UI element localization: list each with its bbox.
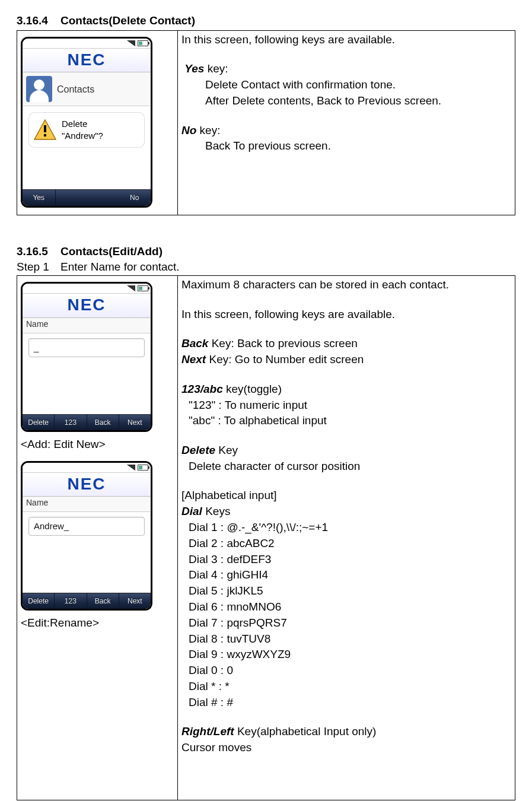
- dialstar: Dial * : *: [189, 680, 511, 694]
- description-cell: In this screen, following keys are avail…: [178, 30, 515, 215]
- phone-mock-delete: NEC Contacts: [21, 37, 152, 208]
- section-heading: 3.16.4 Contacts(Delete Contact): [17, 14, 515, 28]
- toggle-key-text: 123/abc key(toggle): [181, 383, 511, 396]
- field-label: Name: [23, 318, 151, 333]
- phone-mock-add: NEC Name _ Delete 123 Back Next: [21, 282, 152, 432]
- dial9: Dial 9 : wxyzWXYZ9: [189, 648, 511, 662]
- screen-title: Contacts: [57, 84, 94, 95]
- signal-icon: [127, 465, 135, 471]
- step-title: Enter Name for contact.: [60, 260, 180, 274]
- mode-toggle-button[interactable]: 123: [55, 415, 87, 430]
- dialhash: Dial # : #: [189, 696, 511, 710]
- delete-button[interactable]: Delete: [23, 593, 55, 609]
- section-title: Contacts(Delete Contact): [60, 14, 195, 28]
- signal-icon: [127, 40, 135, 46]
- status-bar: [23, 284, 151, 294]
- dial8: Dial 8 : tuvTUV8: [189, 632, 511, 646]
- screenshot-cell: NEC Name _ Delete 123 Back Next <Add: Ed…: [17, 276, 178, 800]
- name-input[interactable]: _: [28, 338, 145, 357]
- toggle-123: "123" : To numeric input: [189, 399, 511, 412]
- content-area: Delete "Andrew"?: [23, 106, 151, 189]
- intro-text: In this screen, following keys are avail…: [181, 33, 511, 47]
- back-key-text: Back Key: Back to previous screen: [181, 337, 511, 351]
- right-left-key: Right/Left Key(alphabetical Input only): [181, 725, 511, 739]
- softkey-bar: Delete 123 Back Next: [23, 414, 151, 430]
- dial1: Dial 1 : @.-_&'^?!(),\\/:;~=+1: [189, 521, 511, 535]
- edit-add-table: NEC Name _ Delete 123 Back Next <Add: Ed…: [17, 275, 515, 800]
- yes-button[interactable]: Yes: [23, 190, 56, 205]
- svg-rect-2: [44, 134, 46, 136]
- section-number: 3.16.4: [17, 14, 60, 28]
- next-button[interactable]: Next: [119, 415, 151, 430]
- no-key-label: No key:: [181, 124, 511, 138]
- title-bar: Contacts: [23, 72, 151, 106]
- mode-toggle-button[interactable]: 123: [55, 593, 87, 609]
- battery-icon: [138, 285, 148, 291]
- dialog-message: Delete "Andrew"?: [62, 118, 103, 141]
- delete-button[interactable]: Delete: [23, 415, 55, 430]
- delete-key-text: Delete Key: [181, 444, 511, 457]
- delete-contact-table: NEC Contacts: [17, 30, 515, 215]
- dial-keys-label: Dial Keys: [181, 505, 511, 519]
- dial0: Dial 0 : 0: [189, 664, 511, 678]
- dial6: Dial 6 : mnoMNO6: [189, 600, 511, 614]
- back-button[interactable]: Back: [87, 593, 119, 609]
- description-cell: Maximum 8 characters can be stored in ea…: [178, 276, 515, 800]
- battery-icon: [138, 465, 148, 471]
- screenshot-caption: <Add: Edit New>: [21, 438, 174, 452]
- delete-key-desc: Delete character of cursor position: [189, 460, 511, 473]
- dial3: Dial 3 : defDEF3: [189, 553, 511, 567]
- toggle-abc: "abc" : To alphabetical input: [189, 414, 511, 428]
- dial5: Dial 5 : jklJKL5: [189, 584, 511, 598]
- dial4: Dial 4 : ghiGHI4: [189, 568, 511, 582]
- brand-logo: NEC: [23, 49, 151, 73]
- yes-key-line1: Delete Contact with confirmation tone.: [205, 78, 511, 92]
- intro-text: In this screen, following keys are avail…: [181, 308, 511, 322]
- battery-icon: [138, 40, 148, 46]
- no-key-line1: Back To previous screen.: [205, 139, 511, 153]
- confirm-dialog: Delete "Andrew"?: [28, 112, 145, 148]
- yes-key-label: Yes key:: [181, 62, 511, 76]
- field-label: Name: [23, 497, 151, 512]
- section-heading: 3.16.5 Contacts(Edit/Add): [17, 245, 515, 259]
- section-title: Contacts(Edit/Add): [60, 245, 163, 259]
- softkey-bar: Delete 123 Back Next: [23, 593, 151, 609]
- yes-key-line2: After Delete contents, Back to Previous …: [205, 94, 511, 108]
- no-button[interactable]: No: [119, 190, 151, 205]
- name-input[interactable]: Andrew_: [28, 517, 145, 536]
- brand-logo: NEC: [23, 473, 151, 497]
- next-button[interactable]: Next: [119, 593, 151, 609]
- back-button[interactable]: Back: [87, 415, 119, 430]
- warning-icon: [33, 118, 57, 142]
- next-key-text: Next Key: Go to Number edit screen: [181, 353, 511, 367]
- step-number: Step 1: [17, 260, 60, 274]
- status-bar: [23, 463, 151, 473]
- screenshot-caption: <Edit:Rename>: [21, 616, 174, 630]
- step-1: Step 1 Enter Name for contact.: [17, 260, 515, 274]
- right-left-desc: Cursor moves: [181, 741, 511, 755]
- screenshot-cell: NEC Contacts: [17, 30, 178, 215]
- dial2: Dial 2 : abcABC2: [189, 537, 511, 551]
- avatar-icon: [26, 76, 52, 102]
- status-bar: [23, 39, 151, 49]
- phone-mock-edit: NEC Name Andrew_ Delete 123 Back Next: [21, 461, 152, 611]
- brand-logo: NEC: [23, 294, 151, 318]
- svg-rect-1: [44, 125, 46, 132]
- section-number: 3.16.5: [17, 245, 60, 259]
- alpha-head: [Alphabetical input]: [181, 489, 511, 503]
- softkey-bar: Yes No: [23, 189, 151, 205]
- dial7: Dial 7 : pqrsPQRS7: [189, 616, 511, 630]
- signal-icon: [127, 285, 135, 291]
- max-chars-text: Maximum 8 characters can be stored in ea…: [181, 278, 511, 292]
